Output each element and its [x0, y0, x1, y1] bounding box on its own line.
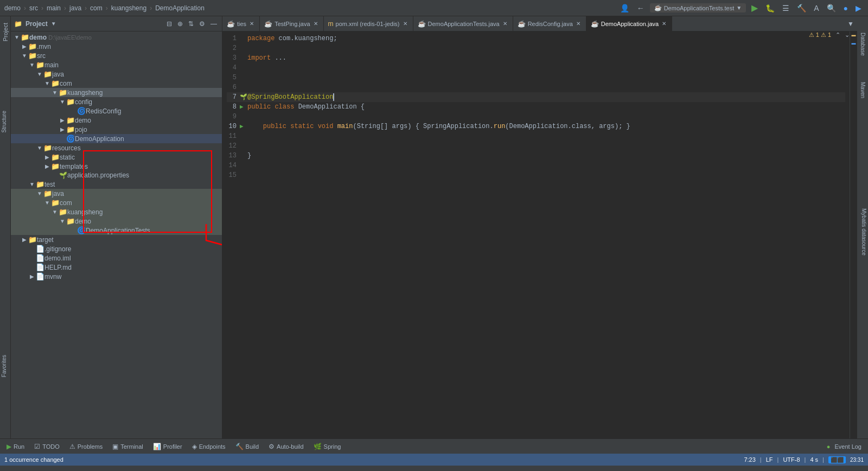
tree-item-templates[interactable]: ▶ 📁 templates — [11, 162, 222, 171]
run-config-dropdown[interactable]: ▼ — [736, 5, 742, 11]
tree-item-test-java[interactable]: ▼ 📁 java — [11, 189, 222, 198]
panel-dropdown[interactable]: ▼ — [51, 21, 56, 27]
expand-arrow[interactable]: ▼ — [36, 145, 43, 151]
tree-item-test-demo[interactable]: ▼ 📁 demo — [11, 217, 222, 226]
breadcrumb-src[interactable]: src — [29, 4, 38, 12]
mybatis-datasource-icon[interactable]: Mybatis datasource — [860, 206, 868, 258]
expand-arrow[interactable]: ▶ — [59, 117, 66, 123]
tree-item-mvnw[interactable]: ▶ 📄 mvnw — [11, 272, 222, 281]
debug-button[interactable]: 🐛 — [763, 3, 777, 14]
vcs-icon[interactable]: 👤 — [618, 3, 631, 14]
tree-item-RedisConfig[interactable]: 🌀 RedisConfig — [11, 106, 222, 116]
tree-item-config[interactable]: ▼ 📁 config — [11, 97, 222, 106]
run-line-button[interactable]: ▶ — [240, 122, 247, 131]
database-icon[interactable]: Database — [860, 33, 866, 56]
indent-type-button[interactable]: ⬛⬛ — [828, 456, 846, 463]
tree-item-test[interactable]: ▼ 📁 test — [11, 180, 222, 189]
tab-DemoApplication[interactable]: ☕ DemoApplication.java ✕ — [586, 16, 672, 31]
tree-item-DemoApplicationTests[interactable]: 🌀 DemoApplicationTests — [11, 226, 222, 235]
maven-icon[interactable]: Maven — [860, 82, 866, 98]
tab-TestPing[interactable]: ☕ TestPing.java ✕ — [260, 16, 323, 31]
tree-item-demo[interactable]: ▼ 📁 demo D:\javaEE\demo — [11, 33, 222, 42]
tab-pom[interactable]: m pom.xml (redis-01-jedis) ✕ — [324, 16, 413, 31]
collapse-button[interactable]: ⌄ — [845, 31, 850, 39]
spring-tab[interactable]: 🌿 Spring — [309, 439, 346, 454]
tree-item-demo-iml[interactable]: 📄 demo.iml — [11, 253, 222, 263]
tree-item-mvn[interactable]: ▶ 📁 .mvn — [11, 42, 222, 51]
project-sidebar-icon[interactable]: Project — [1, 21, 10, 43]
event-log-label[interactable]: Event Log — [834, 443, 861, 450]
close-tab-button[interactable]: ✕ — [502, 21, 508, 27]
tree-item-test-kuangsheng[interactable]: ▼ 📁 kuangsheng — [11, 207, 222, 217]
expand-arrow[interactable]: ▼ — [43, 200, 51, 206]
tree-item-com[interactable]: ▼ 📁 com — [11, 79, 222, 88]
tree-item-pojo[interactable]: ▶ 📁 pojo — [11, 125, 222, 134]
expand-arrow[interactable]: ▼ — [59, 218, 66, 224]
tree-item-java[interactable]: ▼ 📁 java — [11, 69, 222, 79]
run-config-selector[interactable]: ☕ DemoApplicationTests.test ▼ — [650, 3, 746, 12]
expand-arrow[interactable]: ▼ — [36, 190, 43, 196]
tree-item-target[interactable]: ▶ 📁 target — [11, 235, 222, 244]
tree-item-src[interactable]: ▼ 📁 src — [11, 51, 222, 60]
todo-tab[interactable]: ☑ TODO — [30, 439, 64, 454]
code-editor[interactable]: 1 package com.kuangsheng; 2 3 import ... — [222, 31, 850, 438]
expand-arrow[interactable]: ▶ — [28, 273, 36, 279]
breadcrumb-demo[interactable]: demo — [4, 4, 21, 12]
expand-arrow[interactable]: ▶ — [21, 237, 28, 243]
close-tab-button[interactable]: ✕ — [402, 21, 409, 27]
translate-icon[interactable]: A — [812, 3, 821, 14]
close-tab-button[interactable]: ✕ — [312, 21, 319, 27]
tab-overflow-button[interactable]: ▼ — [844, 20, 857, 28]
navigate-back-icon[interactable]: ← — [635, 3, 647, 14]
collapse-all-icon[interactable]: ⊟ — [165, 20, 174, 28]
expand-arrow[interactable]: ▶ — [43, 154, 51, 160]
expand-arrow[interactable]: ▼ — [51, 90, 59, 96]
expand-arrow[interactable]: ▼ — [36, 71, 43, 77]
build-tab[interactable]: 🔨 Build — [231, 439, 263, 454]
plugin-icon[interactable]: ▶ — [853, 3, 864, 14]
breadcrumb-java[interactable]: java — [69, 4, 81, 12]
coverage-button[interactable]: ☰ — [780, 3, 792, 14]
expand-arrow[interactable]: ▼ — [51, 209, 59, 215]
expand-arrow[interactable]: ▼ — [13, 34, 21, 40]
build-button[interactable]: 🔨 — [795, 3, 808, 14]
breadcrumb-com[interactable]: com — [90, 4, 103, 12]
tab-RedisConfig[interactable]: ☕ RedisConfig.java ✕ — [513, 16, 586, 31]
tree-item-test-com[interactable]: ▼ 📁 com — [11, 198, 222, 207]
close-tab-button[interactable]: ✕ — [661, 21, 667, 27]
expand-arrow[interactable]: ▶ — [21, 43, 28, 49]
close-tab-button[interactable]: ✕ — [248, 21, 255, 27]
expand-arrow[interactable]: ▼ — [28, 181, 36, 187]
tree-item-demo-sub[interactable]: ▶ 📁 demo — [11, 116, 222, 125]
run-line-button[interactable]: ▶ — [240, 102, 247, 112]
expand-arrow[interactable]: ▼ — [21, 53, 28, 59]
problems-tab[interactable]: ⚠ Problems — [65, 439, 107, 454]
tab-ties[interactable]: ☕ ties ✕ — [222, 16, 260, 31]
breadcrumb-main[interactable]: main — [47, 4, 61, 12]
run-button[interactable]: ▶ — [749, 3, 760, 13]
minimize-icon[interactable]: — — [209, 20, 219, 28]
line-annotation-icon[interactable]: 🌱 — [240, 92, 247, 102]
tree-item-static[interactable]: ▶ 📁 static — [11, 152, 222, 162]
expand-arrow[interactable]: ▼ — [43, 80, 51, 86]
settings-gear-icon[interactable]: ⚙ — [197, 20, 207, 28]
locate-icon[interactable]: ⊕ — [176, 20, 184, 28]
tab-DemoApplicationTests[interactable]: ☕ DemoApplicationTests.java ✕ — [413, 16, 513, 31]
tree-item-application-properties[interactable]: 🌱 application.properties — [11, 171, 222, 180]
tree-item-HELP-md[interactable]: 📄 HELP.md — [11, 263, 222, 272]
profiler-tab[interactable]: 📊 Profiler — [149, 439, 187, 454]
auto-build-tab[interactable]: ⚙ Auto-build — [264, 439, 308, 454]
tree-item-DemoApplication[interactable]: 🌀 DemoApplication — [11, 134, 222, 143]
expand-arrow[interactable]: ▶ — [59, 126, 66, 132]
user-icon[interactable]: ● — [841, 3, 850, 14]
expand-arrow[interactable]: ▼ — [59, 99, 66, 105]
close-tab-button[interactable]: ✕ — [575, 21, 582, 27]
expand-arrow[interactable]: ▶ — [43, 163, 51, 169]
tree-item-resources[interactable]: ▼ 📁 resources — [11, 143, 222, 152]
expand-button[interactable]: ⌃ — [835, 31, 840, 39]
endpoints-tab[interactable]: ◈ Endpoints — [188, 439, 230, 454]
favorites-icon[interactable]: Favorites — [0, 353, 8, 379]
run-tab[interactable]: ▶ Run — [2, 439, 29, 454]
search-icon[interactable]: 🔍 — [825, 3, 838, 14]
expand-arrow[interactable]: ▼ — [28, 62, 36, 68]
